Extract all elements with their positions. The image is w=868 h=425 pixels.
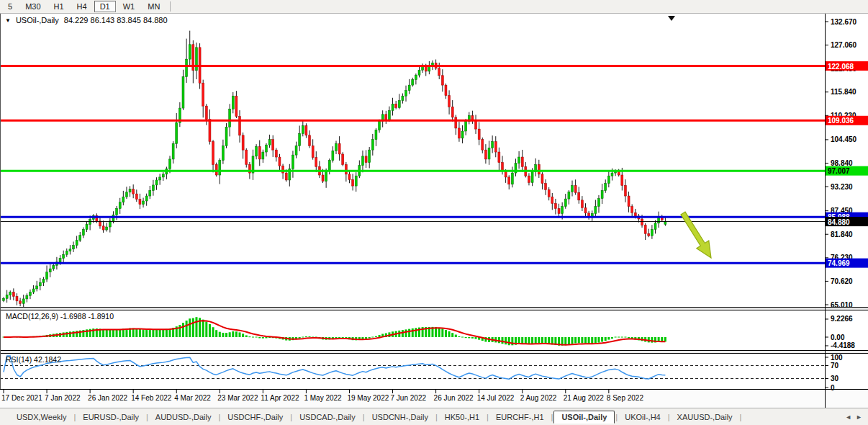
date-axis-label: 26 Jan 2022: [88, 394, 127, 402]
candle-body: [521, 157, 523, 166]
candle-body: [26, 295, 28, 299]
tab-ukoil-h4[interactable]: UKOil-,H4: [618, 411, 667, 424]
candle-body: [371, 140, 374, 151]
chart-symbol-period: USOil-,Daily: [16, 16, 59, 24]
candle-body: [369, 150, 371, 162]
candle-body: [291, 155, 294, 169]
candle-body: [395, 104, 397, 107]
candle-body: [621, 175, 623, 186]
candle-body: [335, 143, 338, 151]
candle-body: [229, 109, 231, 127]
candle-body: [607, 176, 610, 183]
period-button-d1[interactable]: D1: [94, 1, 116, 12]
macd-histogram-bar: [455, 335, 457, 337]
candle-body: [561, 207, 564, 214]
hline-price-badge-text: 74.969: [828, 259, 850, 267]
macd-histogram-bar: [112, 330, 114, 337]
price-axis-label: 132.670: [831, 18, 857, 26]
macd-histogram-bar: [145, 330, 148, 337]
symbol-dropdown-icon[interactable]: ▼: [5, 17, 11, 24]
candle-body: [571, 186, 574, 192]
period-button-h1[interactable]: H1: [48, 1, 70, 12]
tab-usdcad-daily[interactable]: USDCAD-,Daily: [293, 411, 362, 424]
tab-separator: |: [218, 413, 220, 421]
candle-body: [445, 85, 447, 96]
macd-histogram-bar: [309, 336, 311, 337]
rsi-panel: [0, 354, 868, 389]
tab-usdchf-daily[interactable]: USDCHF-,Daily: [221, 411, 289, 424]
chart-canvas[interactable]: 132.670127.060121.450115.840110.230104.4…: [0, 0, 868, 425]
period-button-mn[interactable]: MN: [142, 1, 166, 12]
date-axis-label: 23 Mar 2022: [217, 394, 258, 402]
candle-body: [402, 96, 404, 100]
period-button-h4[interactable]: H4: [71, 1, 93, 12]
macd-histogram-bar: [152, 330, 154, 337]
candle-body: [415, 75, 417, 79]
candle-body: [428, 67, 430, 71]
tab-xauusd-daily[interactable]: XAUUSD-,Daily: [671, 411, 739, 424]
candle-body: [554, 203, 556, 208]
tab-usoil-daily[interactable]: USOil-,Daily: [553, 411, 615, 424]
candle-body: [9, 292, 12, 295]
tab-usdcnh-daily[interactable]: USDCNH-,Daily: [366, 411, 435, 424]
candle-body: [312, 146, 314, 157]
candle-body: [574, 186, 577, 193]
macd-histogram-bar: [302, 337, 304, 338]
macd-histogram-bar: [139, 329, 141, 337]
date-axis-label: 11 Apr 2022: [261, 394, 299, 402]
price-axis-label: 127.060: [831, 41, 857, 49]
date-axis-label: 14 Jul 2022: [477, 394, 515, 402]
toolbar-separator: [170, 1, 171, 12]
macd-histogram-bar: [209, 324, 211, 337]
candle-body: [152, 185, 154, 191]
current-price-badge-text: 84.880: [828, 218, 850, 226]
tab-audusd-daily[interactable]: AUDUSD-,Daily: [149, 411, 218, 424]
macd-indicator-label: MACD(12,26,9) -1.6988 -1.8910: [6, 312, 114, 321]
tab-separator: |: [740, 413, 742, 421]
candle-body: [272, 140, 274, 151]
tab-eurusd-daily[interactable]: EURUSD-,Daily: [76, 411, 145, 424]
macd-histogram-bar: [305, 336, 307, 337]
macd-histogram-bar: [202, 320, 204, 337]
candle-body: [458, 128, 460, 138]
tab-usdx-weekly[interactable]: USDX,Weekly: [10, 411, 73, 424]
macd-histogram-bar: [531, 337, 533, 344]
candle-body: [119, 202, 121, 209]
chart-ohlc-values: 84.229 86.143 83.845 84.880: [64, 16, 168, 24]
date-axis-label: 14 Feb 2022: [131, 394, 172, 402]
period-button-5[interactable]: 5: [2, 1, 18, 12]
macd-histogram-bar: [545, 337, 547, 344]
macd-histogram-bar: [595, 337, 597, 344]
candle-body: [418, 70, 420, 75]
period-button-m30[interactable]: M30: [19, 1, 46, 12]
candle-body: [53, 265, 55, 269]
candle-body: [648, 233, 650, 236]
macd-histogram-bar: [109, 330, 111, 337]
candle-body: [149, 190, 151, 196]
tab-scroll-left-icon[interactable]: ◄: [845, 413, 851, 421]
candle-body: [352, 179, 354, 186]
candle-body: [242, 135, 244, 150]
candle-body: [19, 301, 22, 303]
macd-histogram-bar: [618, 337, 620, 338]
candle-body: [232, 96, 234, 109]
tab-hk50-h1[interactable]: HK50-,H1: [438, 411, 486, 424]
candle-body: [488, 148, 490, 159]
candle-body: [176, 122, 178, 143]
period-button-w1[interactable]: W1: [117, 1, 141, 12]
macd-histogram-bar: [195, 317, 197, 337]
candle-body: [239, 117, 241, 135]
macd-histogram-bar: [215, 330, 217, 337]
macd-histogram-bar: [597, 337, 600, 343]
date-axis-label: 4 Mar 2022: [174, 394, 211, 402]
macd-histogram-bar: [615, 337, 617, 338]
macd-histogram-bar: [369, 337, 371, 339]
tab-scroll-right-icon[interactable]: ►: [856, 413, 862, 421]
macd-histogram-bar: [149, 330, 151, 337]
hline-price-badge-text: 97.007: [828, 167, 850, 175]
candle-body: [385, 115, 387, 120]
candle-body: [219, 161, 221, 175]
tab-eurchf-h1[interactable]: EURCHF-,H1: [489, 411, 551, 424]
macd-histogram-bar: [521, 337, 523, 344]
tab-separator: |: [73, 413, 76, 421]
